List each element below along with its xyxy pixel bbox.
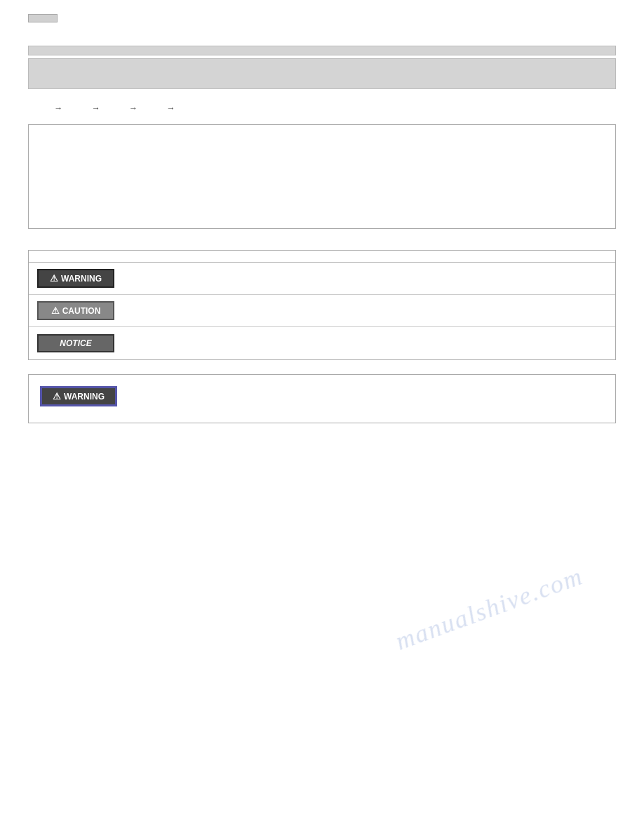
warning-badge-label: WARNING bbox=[61, 274, 102, 284]
warning-badge: ⚠ WARNING bbox=[37, 269, 114, 288]
content-line-4 bbox=[43, 197, 601, 211]
breadcrumb-item-4 bbox=[140, 103, 163, 113]
top-label-box bbox=[28, 14, 58, 22]
breadcrumb-arrow-1: → bbox=[54, 103, 62, 113]
breadcrumb: → → → → bbox=[28, 103, 616, 113]
content-line-3 bbox=[43, 177, 601, 192]
watermark: manualshive.com bbox=[391, 561, 586, 656]
header-bar bbox=[28, 46, 616, 55]
safety-row-warning: ⚠ WARNING bbox=[29, 263, 615, 295]
example-warning-badge-label: WARNING bbox=[64, 392, 105, 402]
subheader-bar bbox=[28, 58, 616, 89]
example-warning-triangle-icon: ⚠ bbox=[53, 391, 61, 402]
caution-triangle-icon: ⚠ bbox=[51, 305, 60, 316]
example-box: ⚠ WARNING bbox=[28, 374, 616, 423]
breadcrumb-arrow-4: → bbox=[166, 103, 175, 113]
content-box bbox=[28, 124, 616, 229]
notice-badge-label: NOTICE bbox=[60, 338, 91, 348]
safety-table: ⚠ WARNING ⚠ CAUTION NOTICE bbox=[28, 250, 616, 360]
breadcrumb-item-1 bbox=[28, 103, 51, 113]
breadcrumb-arrow-3: → bbox=[129, 103, 137, 113]
safety-table-header bbox=[29, 251, 615, 263]
example-warning-badge: ⚠ WARNING bbox=[40, 386, 117, 406]
notice-badge: NOTICE bbox=[37, 334, 114, 352]
safety-row-notice: NOTICE bbox=[29, 327, 615, 359]
content-line-2 bbox=[43, 157, 601, 171]
safety-row-caution: ⚠ CAUTION bbox=[29, 295, 615, 327]
caution-badge-label: CAUTION bbox=[62, 306, 101, 316]
breadcrumb-item-3 bbox=[103, 103, 126, 113]
content-line-1 bbox=[43, 136, 601, 151]
caution-badge: ⚠ CAUTION bbox=[37, 301, 114, 320]
warning-triangle-icon: ⚠ bbox=[50, 273, 58, 284]
breadcrumb-arrow-2: → bbox=[92, 103, 100, 113]
breadcrumb-item-2 bbox=[65, 103, 88, 113]
